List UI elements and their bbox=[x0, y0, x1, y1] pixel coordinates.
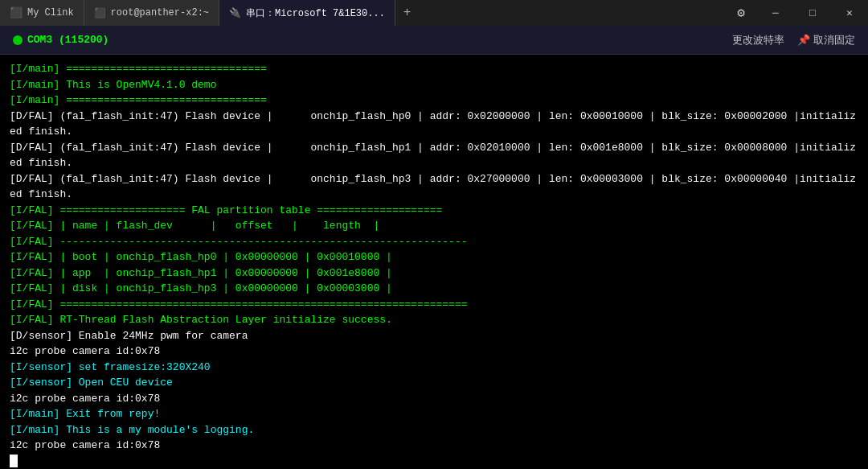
terminal-line: [I/FAL] ================================… bbox=[10, 297, 858, 313]
cursor-block bbox=[10, 455, 18, 467]
toolbar: COM3 (115200) 更改波特率 📌 取消固定 bbox=[0, 26, 868, 55]
terminal-line: i2c probe camera id:0x78 bbox=[10, 438, 858, 454]
tab-myclinkapp[interactable]: ⬛ My Clink bbox=[0, 0, 84, 26]
port-status-dot bbox=[13, 35, 23, 45]
terminal-line: [I/FAL] --------------------------------… bbox=[10, 234, 858, 250]
terminal-icon: ⬛ bbox=[94, 7, 106, 19]
app-icon: ⬛ bbox=[10, 6, 23, 19]
tab-group: ⬛ My Clink ⬛ root@panther-x2:~ 🔌 串口：Micr… bbox=[0, 0, 419, 26]
terminal-line: [I/main] This is a my module's logging. bbox=[10, 422, 858, 438]
terminal-line: [I/main] This is OpenMV4.1.0 demo bbox=[10, 77, 858, 93]
terminal-line: [I/FAL] | app | onchip_flash_hp1 | 0x000… bbox=[10, 265, 858, 282]
terminal-line: [I/FAL] | boot | onchip_flash_hp0 | 0x00… bbox=[10, 249, 858, 265]
terminal-output: [I/main] ===============================… bbox=[0, 55, 868, 469]
terminal-line: [D/FAL] (fal_flash_init:47) Flash device… bbox=[10, 140, 858, 171]
tab-label: 串口：Microsoft 7&1E30... bbox=[246, 6, 385, 20]
terminal-line: [I/FAL] ==================== FAL partiti… bbox=[10, 203, 858, 219]
tab-label: root@panther-x2:~ bbox=[111, 7, 209, 19]
add-tab-button[interactable]: + bbox=[395, 0, 420, 26]
settings-button[interactable]: ⚙ bbox=[725, 0, 757, 26]
change-baud-button[interactable]: 更改波特率 bbox=[732, 33, 784, 47]
close-button[interactable]: ✕ bbox=[831, 0, 868, 26]
terminal-line: [I/sensor] Open CEU device bbox=[10, 375, 858, 391]
terminal-line: [I/main] ===============================… bbox=[10, 61, 858, 77]
terminal-line: [D/FAL] (fal_flash_init:47) Flash device… bbox=[10, 109, 858, 140]
terminal-line: [I/main] ===============================… bbox=[10, 93, 858, 109]
tab-label: My Clink bbox=[27, 7, 74, 19]
terminal-line: i2c probe camera id:0x78 bbox=[10, 391, 858, 407]
terminal-line: [D/FAL] (fal_flash_init:47) Flash device… bbox=[10, 171, 858, 203]
serial-icon: 🔌 bbox=[229, 7, 241, 19]
unpin-button[interactable]: 📌 取消固定 bbox=[797, 33, 855, 47]
terminal-line: [D/sensor] Enable 24MHz pwm for camera bbox=[10, 328, 858, 344]
terminal-line: [I/FAL] RT-Thread Flash Abstraction Laye… bbox=[10, 312, 858, 328]
titlebar: ⬛ My Clink ⬛ root@panther-x2:~ 🔌 串口：Micr… bbox=[0, 0, 868, 26]
unpin-label: 取消固定 bbox=[813, 33, 855, 47]
minimize-button[interactable]: ─ bbox=[757, 0, 794, 26]
terminal-line: i2c probe camera id:0x78 bbox=[10, 344, 858, 360]
baud-label: 更改波特率 bbox=[732, 33, 784, 47]
port-indicator: COM3 (115200) bbox=[13, 34, 108, 46]
tab-serial[interactable]: 🔌 串口：Microsoft 7&1E30... bbox=[219, 0, 395, 26]
pin-icon: 📌 bbox=[797, 34, 810, 47]
terminal-line: [I/FAL] | name | flash_dev | offset | le… bbox=[10, 218, 858, 234]
terminal-cursor-line bbox=[10, 454, 858, 470]
toolbar-actions: 更改波特率 📌 取消固定 bbox=[732, 33, 855, 47]
port-label: COM3 (115200) bbox=[27, 34, 108, 46]
terminal-line: [I/main] Exit from repy! bbox=[10, 406, 858, 422]
terminal-line: [I/sensor] set framesize:320X240 bbox=[10, 360, 858, 376]
terminal-line: [I/FAL] | disk | onchip_flash_hp3 | 0x00… bbox=[10, 281, 858, 297]
maximize-button[interactable]: □ bbox=[794, 0, 831, 26]
tab-ssh[interactable]: ⬛ root@panther-x2:~ bbox=[84, 0, 219, 26]
